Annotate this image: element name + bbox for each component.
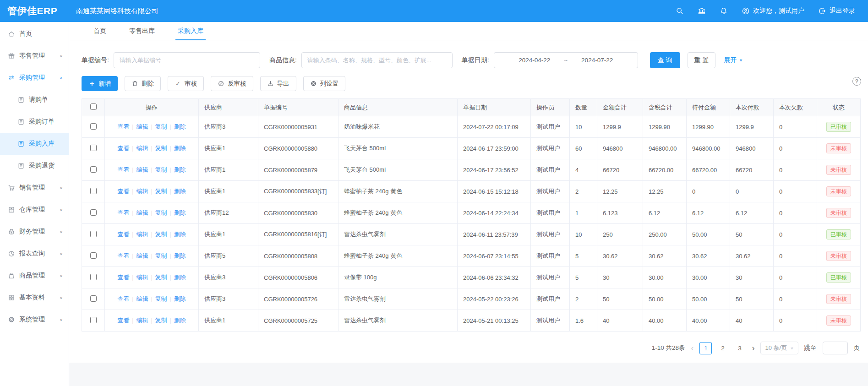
sidebar-item-warehouse[interactable]: 仓库管理∨: [0, 199, 69, 221]
user-menu[interactable]: 欢迎您，测试用户: [742, 7, 804, 15]
delete-link[interactable]: 删除: [174, 166, 186, 173]
cell-status: 未审核: [817, 202, 861, 224]
sidebar-item-purchase-order[interactable]: 采购订单: [0, 111, 69, 133]
edit-link[interactable]: 编辑: [136, 274, 148, 281]
add-button[interactable]: ＋ 新增: [82, 76, 118, 91]
edit-link[interactable]: 编辑: [136, 295, 148, 302]
edit-link[interactable]: 编辑: [136, 145, 148, 152]
sidebar-item-sales[interactable]: 销售管理∨: [0, 177, 69, 199]
view-link[interactable]: 查看: [117, 209, 129, 216]
tab-2[interactable]: 采购入库: [166, 22, 215, 40]
page-size-select[interactable]: 10 条/页 ∨: [760, 342, 798, 354]
page-button-3[interactable]: 3: [733, 342, 746, 354]
delete-link[interactable]: 删除: [174, 145, 186, 152]
delete-link[interactable]: 删除: [174, 274, 186, 281]
row-checkbox[interactable]: [90, 295, 97, 302]
view-link[interactable]: 查看: [117, 252, 129, 259]
copy-link[interactable]: 复制: [155, 317, 167, 324]
page-button-2[interactable]: 2: [716, 342, 729, 354]
search-button[interactable]: 查 询: [650, 52, 680, 68]
delete-link[interactable]: 删除: [174, 295, 186, 302]
date-from-value[interactable]: 2024-04-22: [519, 57, 550, 64]
edit-link[interactable]: 编辑: [136, 123, 148, 130]
edit-link[interactable]: 编辑: [136, 317, 148, 324]
sidebar-item-home[interactable]: 首页: [0, 23, 69, 45]
delete-link[interactable]: 删除: [174, 317, 186, 324]
row-checkbox[interactable]: [90, 252, 97, 259]
bell-icon[interactable]: [720, 7, 728, 15]
row-checkbox[interactable]: [90, 166, 97, 173]
delete-button[interactable]: 删除: [125, 76, 161, 91]
product-info-input[interactable]: [301, 52, 453, 68]
view-link[interactable]: 查看: [117, 123, 129, 130]
copy-link[interactable]: 复制: [155, 145, 167, 152]
view-link[interactable]: 查看: [117, 166, 129, 173]
main-area: 首页零售出库采购入库 单据编号: 商品信息: 单据日期: 2024-04-22 …: [69, 22, 868, 386]
copy-link[interactable]: 复制: [155, 209, 167, 216]
link-separator: |: [132, 296, 133, 302]
view-link[interactable]: 查看: [117, 274, 129, 281]
audit-button[interactable]: ✓ 审核: [168, 76, 204, 91]
sidebar-item-purchase[interactable]: 采购管理∧: [0, 67, 69, 89]
help-icon[interactable]: ?: [852, 77, 861, 86]
edit-link[interactable]: 编辑: [136, 252, 148, 259]
edit-link[interactable]: 编辑: [136, 166, 148, 173]
page-button-1[interactable]: 1: [699, 342, 712, 354]
sidebar-item-purchase-inbound[interactable]: 采购入库: [0, 133, 69, 155]
sidebar-item-basedata[interactable]: 基本资料∨: [0, 287, 69, 309]
select-all-checkbox[interactable]: [90, 103, 97, 110]
row-checkbox[interactable]: [90, 274, 97, 280]
company-name: 南通某某网络科技有限公司: [76, 7, 158, 16]
copy-link[interactable]: 复制: [155, 295, 167, 302]
row-checkbox[interactable]: [90, 188, 97, 194]
tab-1[interactable]: 零售出库: [118, 22, 166, 40]
delete-link[interactable]: 删除: [174, 123, 186, 130]
export-button[interactable]: 导出: [260, 76, 296, 91]
copy-link[interactable]: 复制: [155, 166, 167, 173]
view-link[interactable]: 查看: [117, 145, 129, 152]
prev-page-button[interactable]: ‹: [691, 344, 693, 352]
row-checkbox[interactable]: [90, 123, 97, 130]
copy-link[interactable]: 复制: [155, 252, 167, 259]
copy-link[interactable]: 复制: [155, 123, 167, 130]
sidebar-item-report[interactable]: 报表查询∨: [0, 243, 69, 265]
copy-link[interactable]: 复制: [155, 274, 167, 281]
expand-filters-link[interactable]: 展开 ∨: [724, 56, 742, 65]
date-range-picker[interactable]: 2024-04-22 ~ 2024-07-22: [494, 52, 638, 68]
edit-link[interactable]: 编辑: [136, 209, 148, 216]
bank-icon[interactable]: [698, 7, 706, 15]
copy-link[interactable]: 复制: [155, 231, 167, 238]
tab-0[interactable]: 首页: [82, 22, 118, 40]
search-icon[interactable]: [676, 7, 684, 15]
row-checkbox[interactable]: [90, 145, 97, 151]
view-link[interactable]: 查看: [117, 317, 129, 324]
delete-link[interactable]: 删除: [174, 209, 186, 216]
edit-link[interactable]: 编辑: [136, 188, 148, 195]
row-checkbox[interactable]: [90, 209, 97, 216]
jump-page-input[interactable]: [823, 342, 848, 354]
edit-link[interactable]: 编辑: [136, 231, 148, 238]
row-checkbox[interactable]: [90, 231, 97, 237]
unaudit-button[interactable]: 反审核: [211, 76, 253, 91]
delete-link[interactable]: 删除: [174, 231, 186, 238]
next-page-button[interactable]: ›: [752, 344, 754, 352]
view-link[interactable]: 查看: [117, 188, 129, 195]
sidebar-item-purchase-return[interactable]: 采购退货: [0, 155, 69, 177]
sidebar-item-goods[interactable]: 商品管理∨: [0, 265, 69, 287]
column-settings-button[interactable]: 列设置: [303, 76, 346, 91]
delete-link[interactable]: 删除: [174, 252, 186, 259]
sidebar-item-finance[interactable]: 财务管理∨: [0, 221, 69, 243]
view-link[interactable]: 查看: [117, 295, 129, 302]
sidebar-item-purchase-request[interactable]: 请购单: [0, 89, 69, 111]
view-link[interactable]: 查看: [117, 231, 129, 238]
sidebar-item-system[interactable]: 系统管理∨: [0, 309, 69, 331]
logout-button[interactable]: 退出登录: [818, 7, 855, 15]
row-checkbox[interactable]: [90, 317, 97, 323]
delete-link[interactable]: 删除: [174, 188, 186, 195]
doc-no-input[interactable]: [114, 52, 260, 68]
date-to-value[interactable]: 2024-07-22: [581, 57, 613, 64]
cell-owed: 0: [774, 245, 817, 267]
copy-link[interactable]: 复制: [155, 188, 167, 195]
reset-button[interactable]: 重 置: [688, 52, 716, 68]
sidebar-item-retail[interactable]: 零售管理∨: [0, 45, 69, 67]
